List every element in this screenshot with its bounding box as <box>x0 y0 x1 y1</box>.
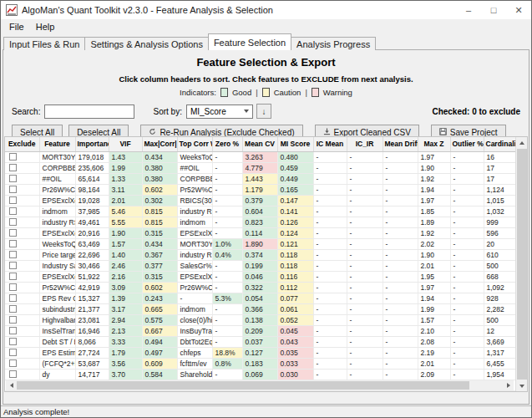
tab-input-files-run[interactable]: Input Files & Run <box>3 37 85 50</box>
scroll-down-arrow-icon[interactable] <box>516 380 527 391</box>
cell-feature: industry RSI <box>39 217 75 227</box>
cell-max-corr: 0.315 <box>142 227 177 238</box>
column-header-ic-ir[interactable]: IC_IR <box>347 137 383 151</box>
cell-ic-mean: - <box>313 369 347 380</box>
cell-mean-cv: 0.209 <box>242 325 277 336</box>
cell-top-corr-wi: fcfttm/ev <box>177 358 212 369</box>
minimize-button[interactable]: – <box>456 1 481 19</box>
vertical-scroll-thumb[interactable] <box>517 149 527 380</box>
cell-mean-drift: - <box>383 217 418 227</box>
indicator-separator: | <box>305 88 307 97</box>
exclude-checkbox[interactable] <box>9 370 17 378</box>
exclude-checkbox[interactable] <box>9 338 17 345</box>
cell-mi-score: 0.052 <box>277 314 313 325</box>
scroll-up-arrow-icon[interactable] <box>516 137 527 148</box>
exclude-cell <box>5 314 39 325</box>
exclude-cell <box>5 358 39 369</box>
exclude-checkbox[interactable] <box>9 153 17 161</box>
exclude-checkbox[interactable] <box>9 207 17 215</box>
cell-vif: 1.79 <box>109 347 142 358</box>
cell-mi-score: 0.124 <box>277 227 313 238</box>
sort-by-dropdown[interactable]: MI_Score <box>186 104 253 119</box>
cell-max-z: 2.19 <box>418 347 450 358</box>
scroll-left-arrow-icon[interactable] <box>6 380 17 390</box>
cell-ic-ir: - <box>347 195 383 206</box>
cell-ic-mean: - <box>313 303 347 314</box>
cell-zero: - <box>212 260 242 271</box>
column-header-outlier[interactable]: Outlier % <box>450 137 484 151</box>
exclude-checkbox[interactable] <box>9 262 17 269</box>
menu-item-help[interactable]: Help <box>30 21 61 33</box>
exclude-checkbox[interactable] <box>9 327 17 334</box>
exclude-checkbox[interactable] <box>9 196 17 204</box>
tab-feature-selection[interactable]: Feature Selection <box>208 33 291 50</box>
column-header-mean-drift[interactable]: Mean Drift <box>383 137 418 151</box>
column-header-max-corr[interactable]: Max|Corr| <box>142 137 177 151</box>
column-header-mi-score[interactable]: MI Score <box>277 137 313 151</box>
menu-item-file[interactable]: File <box>3 21 30 33</box>
scroll-right-arrow-icon[interactable] <box>503 380 514 390</box>
column-header-importance[interactable]: Importance <box>75 137 109 151</box>
export-cleaned-csv-label: Export Cleaned CSV <box>334 128 411 137</box>
cell-vif: 5.46 <box>109 206 142 217</box>
select-all-label: Select All <box>20 128 54 137</box>
column-header-cardinality[interactable]: Cardinality <box>484 137 515 151</box>
cell-ic-ir: - <box>347 303 383 314</box>
cell-zero: - <box>212 184 242 195</box>
tab-settings-analysis-options[interactable]: Settings & Analysis Options <box>84 37 209 50</box>
exclude-cell <box>5 271 39 282</box>
sort-direction-button[interactable]: ↓ <box>256 104 271 119</box>
exclude-checkbox[interactable] <box>9 283 17 291</box>
column-header-max-z[interactable]: Max Z <box>418 137 450 151</box>
exclude-checkbox[interactable] <box>9 316 17 324</box>
feature-table: ExcludeFeatureImportanceVIFMax|Corr|Top … <box>5 137 515 391</box>
save-icon <box>439 128 447 137</box>
table-row-industry-sal: Industry Sal30,4662.460.377SalesGr%T-0.1… <box>5 260 515 271</box>
exclude-checkbox[interactable] <box>9 349 17 356</box>
cell-ic-ir: - <box>347 336 383 347</box>
close-button[interactable]: ✕ <box>506 1 531 19</box>
exclude-checkbox[interactable] <box>9 305 17 313</box>
column-header-feature[interactable]: Feature <box>39 137 75 151</box>
horizontal-scroll-thumb[interactable] <box>17 381 469 390</box>
vertical-scrollbar[interactable] <box>515 137 527 391</box>
cell-mi-score: 0.045 <box>277 325 313 336</box>
cell-feature: MORT30Y <box>39 151 75 162</box>
cell-ic-mean: - <box>313 282 347 293</box>
cell-ic-ir: - <box>347 162 383 173</box>
exclude-checkbox[interactable] <box>9 229 17 237</box>
exclude-checkbox[interactable] <box>9 240 17 247</box>
column-header-vif[interactable]: VIF <box>109 137 142 151</box>
deselect-all-label: Deselect All <box>77 128 120 137</box>
exclude-checkbox[interactable] <box>9 186 17 193</box>
cell-cardinality: 17 <box>484 173 515 184</box>
column-header-mean-cv[interactable]: Mean CV <box>242 137 277 151</box>
cell-zero: - <box>212 282 242 293</box>
exclude-checkbox[interactable] <box>9 359 17 367</box>
column-header-ic-mean[interactable]: IC Mean <box>313 137 347 151</box>
cell-feature: Industry Sal <box>39 260 75 271</box>
column-header-zero[interactable]: Zero % <box>212 137 242 151</box>
exclude-checkbox[interactable] <box>9 251 17 258</box>
maximize-button[interactable]: □ <box>481 1 506 19</box>
cell-zero: 1.0% <box>212 238 242 249</box>
cell-top-corr-wi: CORPBBB <box>177 173 212 184</box>
column-header-top-corr-wi[interactable]: Top Corr Wi <box>177 137 212 151</box>
cell-vif: 3.11 <box>109 184 142 195</box>
exclude-cell <box>5 303 39 314</box>
instruction-text: Click column headers to sort. Check feat… <box>3 74 529 84</box>
exclude-checkbox[interactable] <box>9 273 17 280</box>
column-header-exclude[interactable]: Exclude <box>5 137 39 151</box>
horizontal-scrollbar[interactable] <box>6 380 514 390</box>
exclude-checkbox[interactable] <box>9 294 17 302</box>
cell-vif: 2.94 <box>109 314 142 325</box>
cell-mi-score: 0.118 <box>277 260 313 271</box>
tab-analysis-progress[interactable]: Analysis Progress <box>291 37 376 50</box>
cell-ic-ir: - <box>347 282 383 293</box>
exclude-checkbox[interactable] <box>9 175 17 182</box>
cell-zero: - <box>212 206 242 217</box>
cell-feature: dy <box>39 369 75 380</box>
exclude-checkbox[interactable] <box>9 164 17 171</box>
search-input[interactable] <box>44 104 134 119</box>
exclude-checkbox[interactable] <box>9 218 17 226</box>
